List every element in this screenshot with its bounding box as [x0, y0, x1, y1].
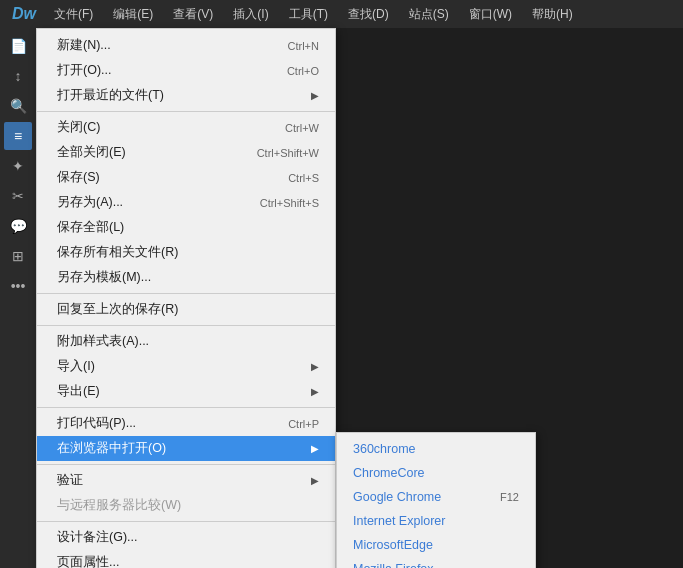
file-menu-dropdown: 新建(N)... Ctrl+N 打开(O)... Ctrl+O 打开最近的文件(… — [36, 28, 536, 568]
menu-import[interactable]: 导入(I) ▶ — [37, 354, 335, 379]
separator-5 — [37, 464, 335, 465]
menu-close[interactable]: 关闭(C) Ctrl+W — [37, 115, 335, 140]
browser-360chrome[interactable]: 360chrome — [337, 437, 535, 461]
app-logo: Dw — [4, 5, 44, 23]
sidebar-list[interactable]: ≡ — [4, 122, 32, 150]
menu-page-properties[interactable]: 页面属性... — [37, 550, 335, 568]
sidebar-grid[interactable]: ⊞ — [4, 242, 32, 270]
menu-attach-css[interactable]: 附加样式表(A)... — [37, 329, 335, 354]
browser-ie[interactable]: Internet Explorer — [337, 509, 535, 533]
menu-save[interactable]: 保存(S) Ctrl+S — [37, 165, 335, 190]
menu-save-all[interactable]: 保存全部(L) — [37, 215, 335, 240]
menu-revert[interactable]: 回复至上次的保存(R) — [37, 297, 335, 322]
menu-file[interactable]: 文件(F) — [44, 2, 103, 27]
separator-3 — [37, 325, 335, 326]
sidebar-more[interactable]: ••• — [4, 272, 32, 300]
sidebar-snippet[interactable]: ✂ — [4, 182, 32, 210]
browser-submenu-panel: 360chrome ChromeCore Google Chrome F12 I… — [336, 432, 536, 568]
menu-find[interactable]: 查找(D) — [338, 2, 399, 27]
sidebar-tools[interactable]: ✦ — [4, 152, 32, 180]
separator-1 — [37, 111, 335, 112]
menu-insert[interactable]: 插入(I) — [223, 2, 278, 27]
sidebar-new-file[interactable]: 📄 — [4, 32, 32, 60]
browser-firefox[interactable]: Mozilla Firefox — [337, 557, 535, 568]
menu-site[interactable]: 站点(S) — [399, 2, 459, 27]
menu-open-browser[interactable]: 在浏览器中打开(O) ▶ — [37, 436, 335, 461]
menu-save-related[interactable]: 保存所有相关文件(R) — [37, 240, 335, 265]
browser-chromecore[interactable]: ChromeCore — [337, 461, 535, 485]
menu-print[interactable]: 打印代码(P)... Ctrl+P — [37, 411, 335, 436]
menu-save-as[interactable]: 另存为(A)... Ctrl+Shift+S — [37, 190, 335, 215]
sidebar-sync[interactable]: ↕ — [4, 62, 32, 90]
sidebar-search[interactable]: 🔍 — [4, 92, 32, 120]
menu-edit[interactable]: 编辑(E) — [103, 2, 163, 27]
menu-window[interactable]: 窗口(W) — [459, 2, 522, 27]
separator-2 — [37, 293, 335, 294]
menu-recent[interactable]: 打开最近的文件(T) ▶ — [37, 83, 335, 108]
sidebar: 📄 ↕ 🔍 ≡ ✦ ✂ 💬 ⊞ ••• — [0, 28, 36, 568]
menu-new[interactable]: 新建(N)... Ctrl+N — [37, 33, 335, 58]
menu-save-template[interactable]: 另存为模板(M)... — [37, 265, 335, 290]
menu-help[interactable]: 帮助(H) — [522, 2, 583, 27]
menu-validate[interactable]: 验证 ▶ — [37, 468, 335, 493]
menu-view[interactable]: 查看(V) — [163, 2, 223, 27]
menu-close-all[interactable]: 全部关闭(E) Ctrl+Shift+W — [37, 140, 335, 165]
menubar: Dw 文件(F) 编辑(E) 查看(V) 插入(I) 工具(T) 查找(D) 站… — [0, 0, 683, 28]
file-menu-panel: 新建(N)... Ctrl+N 打开(O)... Ctrl+O 打开最近的文件(… — [36, 28, 336, 568]
menu-tools[interactable]: 工具(T) — [279, 2, 338, 27]
menu-open[interactable]: 打开(O)... Ctrl+O — [37, 58, 335, 83]
browser-edge[interactable]: MicrosoftEdge — [337, 533, 535, 557]
menu-export[interactable]: 导出(E) ▶ — [37, 379, 335, 404]
browser-google-chrome[interactable]: Google Chrome F12 — [337, 485, 535, 509]
menu-design-notes[interactable]: 设计备注(G)... — [37, 525, 335, 550]
separator-6 — [37, 521, 335, 522]
menu-compare-remote: 与远程服务器比较(W) — [37, 493, 335, 518]
separator-4 — [37, 407, 335, 408]
sidebar-comment[interactable]: 💬 — [4, 212, 32, 240]
